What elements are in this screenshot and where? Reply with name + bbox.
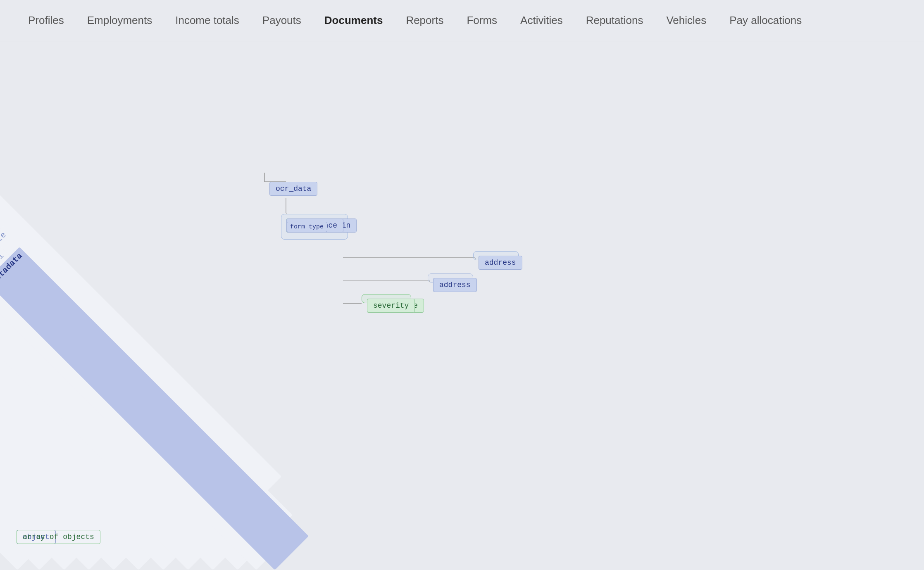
nav-forms[interactable]: Forms [455, 14, 509, 27]
legend-block: object array of objects [17, 530, 91, 537]
group-ocr-fields: form_type omb_no year recipient recipien… [281, 214, 348, 240]
diagram-area: id account created_at updated_at employe… [0, 41, 924, 570]
group-recipient-fields: name address [473, 251, 519, 260]
nav-reputations[interactable]: Reputations [574, 14, 655, 27]
node-recipient-address: address [479, 256, 522, 270]
nav-vehicles[interactable]: Vehicles [655, 14, 718, 27]
nav-payouts[interactable]: Payouts [251, 14, 313, 27]
nav-documents[interactable]: Documents [313, 14, 395, 27]
node-payer-address: address [433, 278, 477, 292]
main-nav: Profiles Employments Income totals Payou… [0, 0, 924, 41]
nav-reports[interactable]: Reports [394, 14, 455, 27]
nav-profiles[interactable]: Profiles [17, 14, 76, 27]
nav-activities[interactable]: Activities [509, 14, 574, 27]
node-form-type-ref: form_type [286, 222, 327, 232]
node-severity: severity [367, 299, 415, 313]
nav-income-totals[interactable]: Income totals [164, 14, 251, 27]
node-ocr-data: ocr_data [269, 182, 317, 196]
nav-employments[interactable]: Employments [76, 14, 164, 27]
group-warnings-fields: field_name message severity [362, 294, 411, 303]
legend-area: object array of objects [17, 530, 91, 537]
legend-array-of-objects: array of objects [17, 530, 100, 544]
nav-pay-allocations[interactable]: Pay allocations [718, 14, 813, 27]
group-payer-fields: name address [428, 273, 473, 283]
